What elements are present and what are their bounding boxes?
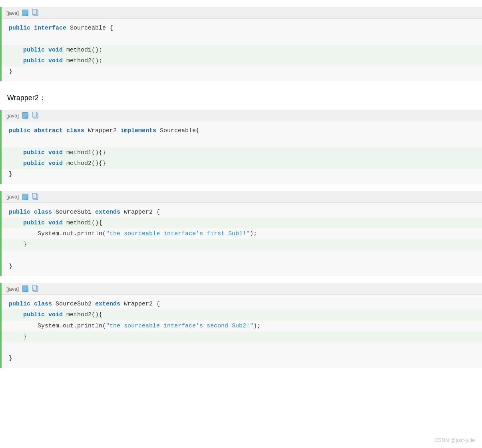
code-line: }	[2, 331, 482, 342]
code-block-header-4: [java]	[2, 283, 482, 295]
lang-tag-1: [java]	[6, 10, 19, 16]
code-line: }	[2, 261, 482, 272]
code-block-header-1: [java]	[2, 7, 482, 19]
collapse-icon-4[interactable]	[22, 285, 28, 292]
code-line: }	[2, 239, 482, 250]
code-line	[2, 34, 482, 44]
code-line: System.out.println("the sourceable inter…	[2, 321, 482, 331]
code-line: public abstract class Wrapper2 implement…	[2, 125, 482, 136]
code-line: public void method1();	[2, 45, 482, 56]
code-line: System.out.println("the sourceable inter…	[2, 228, 482, 239]
code-block-sourcesub1: [java] public class SourceSub1 extends W…	[0, 191, 482, 276]
collapse-icon-2[interactable]	[22, 112, 28, 119]
wrapper2-label: Wrapper2：	[0, 88, 482, 107]
code-line: public interface Sourceable {	[2, 23, 482, 34]
code-line: }	[2, 353, 482, 364]
code-line: }	[2, 169, 482, 180]
copy-icon-1[interactable]	[32, 9, 39, 16]
code-line	[2, 250, 482, 261]
code-block-sourcesub2: [java] public class SourceSub2 extends W…	[0, 283, 482, 368]
watermark: CSDN @just-julie	[434, 437, 475, 443]
lang-tag-2: [java]	[6, 113, 19, 119]
code-line: public void method2(){	[2, 309, 482, 320]
code-line: public class SourceSub1 extends Wrapper2…	[2, 207, 482, 218]
svg-rect-1	[32, 9, 37, 14]
svg-rect-7	[32, 285, 37, 290]
page-wrapper: [java] public interface Sourceable { pub…	[0, 0, 482, 448]
copy-icon-2[interactable]	[32, 112, 39, 119]
code-body-4: public class SourceSub2 extends Wrapper2…	[2, 295, 482, 368]
code-line: public void method2();	[2, 56, 482, 66]
collapse-icon-1[interactable]	[22, 10, 28, 16]
code-line: }	[2, 66, 482, 77]
code-line: public void method1(){}	[2, 147, 482, 158]
collapse-icon-3[interactable]	[22, 194, 28, 200]
copy-icon-4[interactable]	[32, 285, 39, 292]
code-block-sourceable: [java] public interface Sourceable { pub…	[0, 7, 482, 81]
code-line: public class SourceSub2 extends Wrapper2…	[2, 299, 482, 309]
code-line: public void method1(){	[2, 218, 482, 228]
svg-rect-5	[32, 193, 37, 198]
code-block-wrapper2: [java] public abstract class Wrapper2 im…	[0, 110, 482, 184]
code-line	[2, 342, 482, 353]
code-block-header-2: [java]	[2, 110, 482, 121]
code-body-1: public interface Sourceable { public voi…	[2, 19, 482, 81]
copy-icon-3[interactable]	[32, 193, 39, 200]
svg-rect-3	[32, 112, 37, 117]
code-line: public void method2(){}	[2, 158, 482, 169]
code-body-2: public abstract class Wrapper2 implement…	[2, 121, 482, 184]
lang-tag-3: [java]	[6, 194, 19, 200]
lang-tag-4: [java]	[6, 286, 19, 292]
code-body-3: public class SourceSub1 extends Wrapper2…	[2, 203, 482, 276]
code-block-header-3: [java]	[2, 191, 482, 203]
code-line	[2, 137, 482, 147]
